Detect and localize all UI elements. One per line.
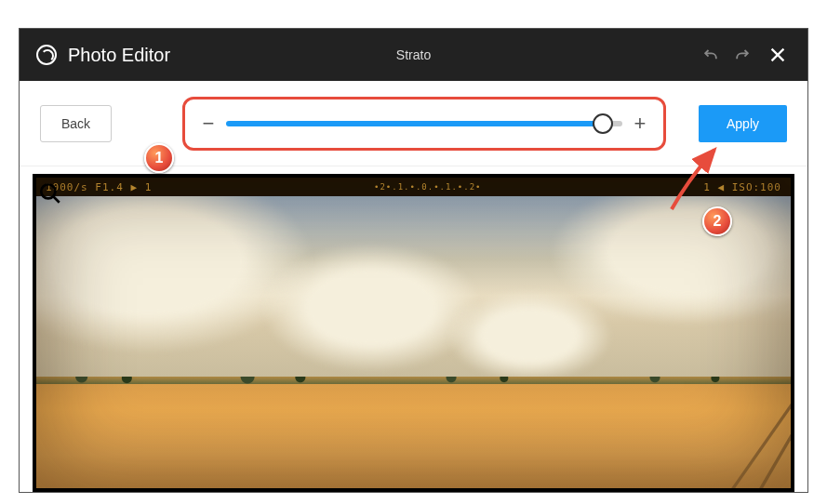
canvas-area: 1000/s F1.4 ▶ 1 •2•.1.•.0.•.1.•.2• 1 ◀ I… xyxy=(20,166,807,492)
header-actions xyxy=(701,42,791,68)
redo-icon[interactable] xyxy=(733,46,752,64)
toolbar: Back − + Apply xyxy=(20,81,807,166)
header-bar: Photo Editor Strato xyxy=(20,29,807,81)
svg-point-0 xyxy=(41,184,55,198)
slider-thumb[interactable] xyxy=(593,113,613,134)
film-scale-label: •2•.1.•.0.•.1.•.2• xyxy=(374,182,482,192)
photo-preview: 1000/s F1.4 ▶ 1 •2•.1.•.0.•.1.•.2• 1 ◀ I… xyxy=(33,174,794,492)
undo-icon[interactable] xyxy=(701,46,720,64)
filter-name-label: Strato xyxy=(396,47,431,62)
film-iso-label: 1 ◀ ISO:100 xyxy=(703,181,781,193)
photo-field xyxy=(36,377,791,488)
annotation-badge-2: 2 xyxy=(702,206,732,236)
intensity-slider[interactable] xyxy=(226,121,622,126)
apply-button[interactable]: Apply xyxy=(699,105,787,142)
app-title: Photo Editor xyxy=(68,45,170,66)
minus-icon[interactable]: − xyxy=(202,112,215,136)
zoom-icon[interactable] xyxy=(38,181,62,206)
annotation-badge-1: 1 xyxy=(144,143,174,173)
photo-sky xyxy=(36,196,791,377)
plus-icon[interactable]: + xyxy=(634,112,647,136)
app-window: Photo Editor Strato Back − + Apply xyxy=(19,28,808,493)
close-icon[interactable] xyxy=(765,42,791,68)
app-logo-icon xyxy=(36,45,57,65)
film-strip-info: 1000/s F1.4 ▶ 1 •2•.1.•.0.•.1.•.2• 1 ◀ I… xyxy=(36,178,791,196)
back-button[interactable]: Back xyxy=(40,105,112,142)
intensity-slider-group: − + xyxy=(182,97,666,151)
